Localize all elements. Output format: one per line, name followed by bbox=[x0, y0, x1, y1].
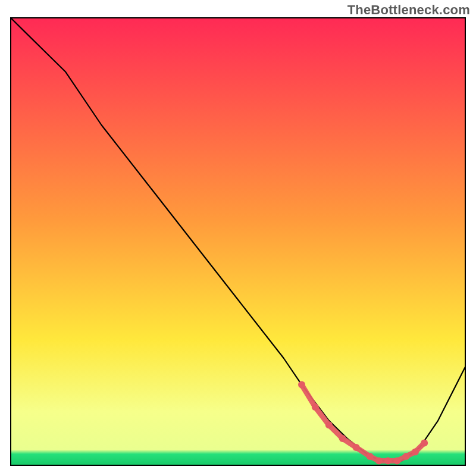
gradient-background bbox=[11, 18, 465, 465]
highlight-dot bbox=[298, 381, 305, 389]
highlight-dot bbox=[403, 453, 410, 460]
highlight-dot bbox=[375, 458, 383, 465]
highlight-dot bbox=[393, 458, 400, 465]
highlight-dot bbox=[325, 421, 333, 428]
highlight-dot bbox=[353, 444, 360, 451]
highlight-dot bbox=[339, 435, 346, 442]
highlight-dot bbox=[367, 453, 374, 460]
bottleneck-chart bbox=[0, 0, 476, 476]
highlight-dot bbox=[384, 458, 392, 465]
highlight-dot bbox=[412, 448, 419, 455]
highlight-dot bbox=[312, 403, 319, 411]
chart-stage: TheBottleneck.com bbox=[0, 0, 476, 476]
highlight-dot bbox=[421, 439, 428, 446]
